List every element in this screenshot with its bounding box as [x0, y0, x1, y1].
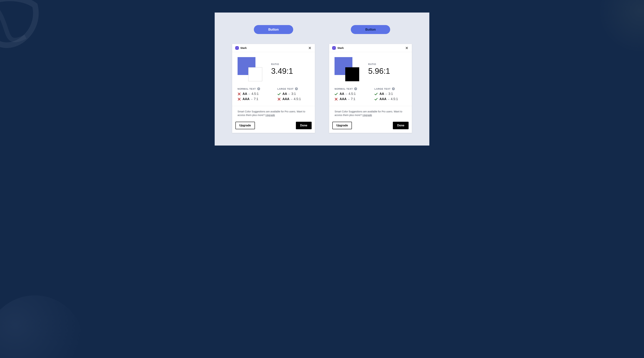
upgrade-link[interactable]: Upgrade [265, 114, 275, 117]
criteria-large-col: LARGE TEXT ? AA – 3:1AAA – 4.5:1 [278, 87, 310, 102]
large-text-label: LARGE TEXT [278, 88, 294, 90]
close-icon [308, 47, 311, 49]
panel-header: Stark [329, 44, 412, 52]
normal-text-label: NORMAL TEXT [238, 88, 256, 90]
criterion-requirement: 4.5:1 [348, 92, 356, 96]
check-icon [278, 92, 281, 96]
done-button[interactable]: Done [393, 122, 408, 129]
contrast-panel-right: Stark RATIO 5.96:1 [329, 44, 412, 133]
criterion-line: AA – 4.5:1 [238, 92, 270, 96]
criterion-requirement: 7:1 [351, 97, 355, 101]
canvas: Button Stark [215, 13, 429, 146]
panel-footer: Upgrade Done [329, 119, 412, 133]
criterion-level: AA [340, 92, 344, 96]
cross-icon [238, 92, 241, 96]
criterion-requirement: 4.5:1 [252, 92, 259, 96]
swatch-row: RATIO 3.49:1 [238, 57, 310, 81]
panel-brand-name: Stark [338, 47, 344, 49]
panel-brand: Stark [332, 46, 344, 50]
criterion-requirement: 3:1 [292, 92, 296, 96]
criterion-requirement: 4.5:1 [391, 97, 398, 101]
normal-text-label: NORMAL TEXT [334, 88, 353, 90]
criterion-line: AAA – 4.5:1 [278, 97, 310, 101]
svg-line-11 [334, 48, 334, 49]
criterion-line: AA – 3:1 [278, 92, 310, 96]
cross-icon [278, 98, 281, 101]
color-swatches [238, 57, 262, 81]
criteria-large-col: LARGE TEXT ? AA – 3:1AAA – 4.5:1 [374, 87, 406, 102]
criterion-level: AAA [282, 97, 290, 101]
sample-button-left: Button [254, 25, 293, 34]
criterion-line: AA – 3:1 [374, 92, 406, 96]
ratio-block: RATIO 5.96:1 [368, 63, 390, 76]
close-icon [406, 47, 408, 49]
criterion-level: AA [242, 92, 247, 96]
help-icon[interactable]: ? [257, 87, 260, 90]
criteria-normal-col: NORMAL TEXT ? AA – 4.5:1AAA – 7:1 [334, 87, 366, 102]
color-swatches [334, 57, 360, 81]
panel-body: RATIO 3.49:1 NORMAL TEXT ? AA – 4.5:1AAA… [232, 52, 315, 106]
check-icon [374, 98, 378, 101]
stark-logo-icon [236, 46, 239, 50]
swatch-foreground [345, 67, 359, 81]
cross-icon [238, 98, 241, 101]
help-icon[interactable]: ? [354, 87, 357, 90]
right-column: Button Stark [328, 25, 414, 133]
done-button[interactable]: Done [296, 122, 312, 129]
large-text-label: LARGE TEXT [374, 88, 390, 90]
upsell-text: Smart Color Suggestions are available fo… [329, 106, 412, 119]
criterion-level: AAA [340, 97, 346, 101]
criteria-grid: NORMAL TEXT ? AA – 4.5:1AAA – 7:1 LARGE … [334, 87, 406, 102]
stark-logo-icon [332, 46, 336, 50]
contrast-panel-left: Stark RATIO 3.49:1 [232, 44, 315, 133]
panel-brand-name: Stark [240, 47, 247, 49]
upgrade-link[interactable]: Upgrade [362, 114, 372, 117]
check-icon [334, 92, 338, 96]
criteria-grid: NORMAL TEXT ? AA – 4.5:1AAA – 7:1 LARGE … [238, 87, 310, 102]
panel-body: RATIO 5.96:1 NORMAL TEXT ? AA – 4.5:1AAA… [329, 52, 412, 106]
criterion-level: AAA [242, 97, 250, 101]
criterion-line: AA – 4.5:1 [334, 92, 366, 96]
swatch-row: RATIO 5.96:1 [334, 57, 406, 81]
upsell-text: Smart Color Suggestions are available fo… [232, 106, 315, 119]
upgrade-button[interactable]: Upgrade [332, 122, 352, 129]
criterion-level: AA [380, 92, 384, 96]
cross-icon [334, 98, 338, 101]
help-icon[interactable]: ? [392, 87, 395, 90]
sample-button-right: Button [351, 25, 390, 34]
ratio-value: 3.49:1 [271, 67, 293, 76]
ratio-block: RATIO 3.49:1 [271, 63, 293, 76]
panel-footer: Upgrade Done [232, 119, 315, 133]
criterion-line: AAA – 4.5:1 [374, 97, 406, 101]
criterion-line: AAA – 7:1 [334, 97, 366, 101]
criterion-level: AA [282, 92, 287, 96]
swatch-foreground [248, 67, 262, 81]
criterion-requirement: 4.5:1 [294, 97, 301, 101]
left-column: Button Stark [231, 25, 316, 133]
criterion-requirement: 7:1 [254, 97, 258, 101]
check-icon [374, 92, 378, 96]
help-icon[interactable]: ? [295, 87, 298, 90]
criterion-level: AAA [380, 97, 386, 101]
close-button[interactable] [308, 46, 312, 50]
ratio-label: RATIO [271, 63, 293, 66]
criterion-line: AAA – 7:1 [238, 97, 270, 101]
criterion-requirement: 3:1 [388, 92, 393, 96]
panel-header: Stark [232, 44, 315, 52]
close-button[interactable] [405, 46, 408, 50]
panel-brand: Stark [236, 46, 247, 50]
upgrade-button[interactable]: Upgrade [236, 122, 255, 129]
ratio-value: 5.96:1 [368, 67, 390, 76]
criteria-normal-col: NORMAL TEXT ? AA – 4.5:1AAA – 7:1 [238, 87, 270, 102]
svg-line-1 [236, 48, 238, 49]
ratio-label: RATIO [368, 63, 390, 66]
